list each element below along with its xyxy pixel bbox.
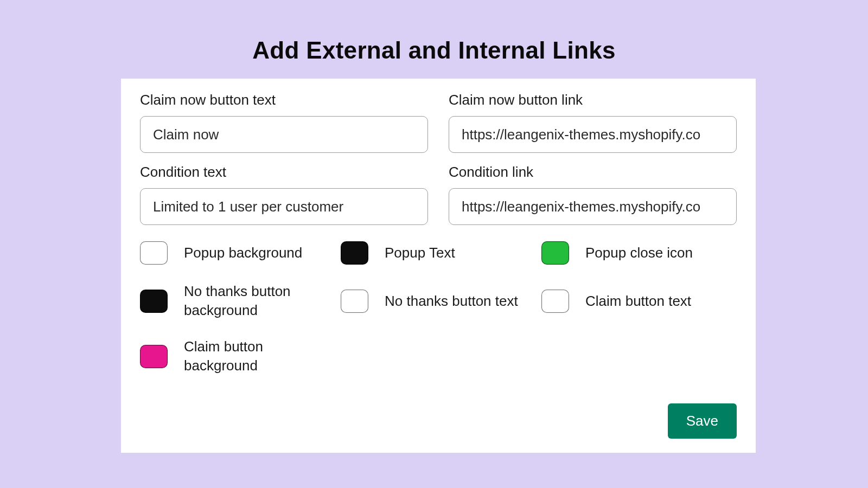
claim-now-link-input[interactable] — [449, 116, 737, 153]
claim-button-bg-label: Claim button background — [184, 337, 325, 375]
no-thanks-text-label: No thanks button text — [385, 292, 518, 311]
page-title: Add External and Internal Links — [0, 37, 868, 64]
swatch-item-popup-close-icon: Popup close icon — [541, 241, 737, 265]
condition-link-input[interactable] — [449, 188, 737, 225]
claim-button-bg-swatch[interactable] — [140, 345, 168, 368]
popup-close-icon-label: Popup close icon — [585, 243, 693, 262]
swatch-item-no-thanks-bg: No thanks button background — [140, 282, 335, 320]
field-claim-now-text: Claim now button text — [140, 92, 428, 153]
swatch-item-claim-button-text: Claim button text — [541, 290, 737, 313]
save-button[interactable]: Save — [668, 403, 737, 439]
popup-text-swatch[interactable] — [341, 241, 368, 265]
claim-now-text-input[interactable] — [140, 116, 428, 153]
condition-text-label: Condition text — [140, 164, 428, 181]
swatch-item-popup-background: Popup background — [140, 241, 335, 265]
swatch-item-no-thanks-text: No thanks button text — [341, 290, 536, 313]
popup-background-swatch[interactable] — [140, 241, 168, 265]
popup-text-label: Popup Text — [385, 243, 455, 262]
claim-button-text-label: Claim button text — [585, 292, 691, 311]
no-thanks-bg-label: No thanks button background — [184, 282, 325, 320]
field-condition-link: Condition link — [449, 164, 737, 225]
settings-card: Claim now button text Claim now button l… — [121, 79, 756, 453]
condition-link-label: Condition link — [449, 164, 737, 181]
claim-button-text-swatch[interactable] — [541, 290, 569, 313]
swatch-item-popup-text: Popup Text — [341, 241, 536, 265]
no-thanks-bg-swatch[interactable] — [140, 290, 168, 313]
swatch-item-claim-button-bg: Claim button background — [140, 337, 335, 375]
claim-now-link-label: Claim now button link — [449, 92, 737, 108]
actions-bar: Save — [668, 403, 737, 439]
condition-text-input[interactable] — [140, 188, 428, 225]
no-thanks-text-swatch[interactable] — [341, 290, 368, 313]
field-claim-now-link: Claim now button link — [449, 92, 737, 153]
claim-now-text-label: Claim now button text — [140, 92, 428, 108]
field-condition-text: Condition text — [140, 164, 428, 225]
popup-close-icon-swatch[interactable] — [541, 241, 569, 265]
popup-background-label: Popup background — [184, 243, 302, 262]
